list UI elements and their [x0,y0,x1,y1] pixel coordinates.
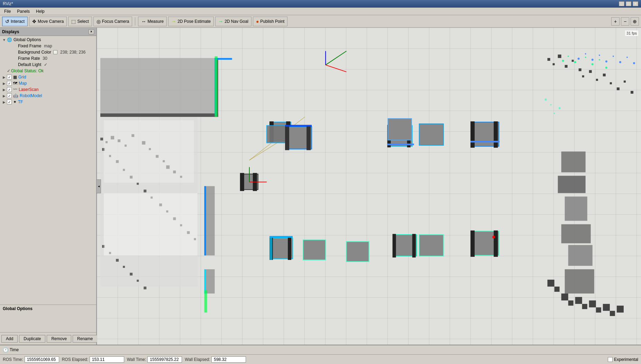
ros-time-value: 1555951069.65 [25,356,59,363]
tree-icon-tf: ✦ [13,100,17,104]
tree-label-tf: TF [18,100,23,104]
interact-label: Interact [11,19,25,24]
tree-tf[interactable]: ▶ ✓ ✦ TF [0,99,96,105]
maximize-button[interactable]: □ [626,1,631,6]
tree-label-fixed: Fixed Frame [18,44,41,48]
publish-point-button[interactable]: ● Publish Point [253,17,288,26]
select-icon: ⬚ [71,19,76,24]
remove-button[interactable]: Remove [47,335,71,343]
zoom-in-button[interactable]: + [611,17,620,26]
ros-elapsed-value: 153.11 [90,356,124,363]
displays-close-button[interactable]: × [89,29,94,34]
tree-check-grid[interactable]: ✓ [7,75,12,80]
titlebar: RViz* _ □ × [0,0,641,8]
tree-icon-map: 🗺 [13,81,17,86]
nav-goal-icon: → [218,19,223,24]
displays-title: Displays [2,29,19,34]
measure-button[interactable]: ↔ Measure [138,17,167,26]
tree-check-tf[interactable]: ✓ [7,100,12,104]
camera-button[interactable]: ⊕ [631,17,639,26]
time-panel: 🕐 Time [0,345,641,354]
interact-button[interactable]: Interact [2,17,28,26]
ros-time-label: ROS Time: [3,357,23,362]
toolbar: Interact ✥ Move Camera ⬚ Select ◎ Focus … [0,15,641,28]
experimental-section: Experimental [608,357,638,362]
tree-check-ls[interactable]: ✓ [7,87,12,92]
tree-label-gs: Global Status: Ok [11,68,44,73]
minimize-button[interactable]: _ [619,1,624,6]
menu-panels[interactable]: Panels [14,8,33,15]
pose-estimate-button[interactable]: → 2D Pose Estimate [168,17,214,26]
close-button[interactable]: × [633,1,638,6]
move-camera-icon: ✥ [32,19,36,24]
wall-time-label: Wall Time: [127,357,146,362]
tree-bg-color[interactable]: Background Color 238; 238; 236 [0,49,96,55]
tree-expand-map: ▶ [1,82,7,85]
publish-point-icon: ● [256,19,259,24]
tree-value-fr: 30 [43,56,47,61]
left-panel-buttons: Add Duplicate Remove Rename [0,332,96,345]
tree-laserscan[interactable]: ▶ ✓ 〰 LaserScan [0,86,96,93]
menu-file[interactable]: File [1,8,13,15]
tree-global-status[interactable]: ✓ Global Status: Ok [0,68,96,74]
pose-estimate-icon: → [171,19,176,24]
tree-icon-ls: 〰 [13,87,17,92]
ros-time-section: ROS Time: 1555951069.65 [3,356,59,363]
tree-grid[interactable]: ▶ ✓ ▦ Grid [0,74,96,80]
tree-expand-tf: ▶ [1,100,7,104]
tree-icon-global: 🌐 [7,37,12,42]
properties-area: Global Options [0,305,96,332]
tree-map[interactable]: ▶ ✓ 🗺 Map [0,80,96,86]
tree-check-rm[interactable]: ✓ [7,93,12,98]
tree-robotmodel[interactable]: ▶ ✓ 🤖 RobotModel [0,93,96,99]
menu-help[interactable]: Help [33,8,47,15]
nav-goal-button[interactable]: → 2D Nav Goal [215,17,251,26]
collapse-panel-button[interactable]: ◂ [96,179,101,193]
publish-point-label: Publish Point [260,19,284,24]
displays-panel: Displays × ▼ 🌐 Global Options Fixed Fram… [0,28,96,305]
titlebar-buttons: _ □ × [619,1,638,6]
toolbar-sep-1 [135,17,135,26]
menubar: File Panels Help [0,8,641,15]
displays-header: Displays × [0,28,96,36]
tree-global-options[interactable]: ▼ 🌐 Global Options [0,37,96,43]
tree-icon-rm: 🤖 [13,93,18,98]
tree-value-dl: ✓ [44,62,47,67]
nav-goal-label: 2D Nav Goal [225,19,248,24]
tree-frame-rate[interactable]: Frame Rate 30 [0,55,96,62]
wall-elapsed-section: Wall Elapsed: 598.32 [185,356,246,363]
displays-tree: ▼ 🌐 Global Options Fixed Frame map Backg… [0,36,96,305]
tree-label-grid: Grid [18,75,26,80]
statusbar: ROS Time: 1555951069.65 ROS Elapsed: 153… [0,354,641,364]
tree-check-gs: ✓ [7,68,10,73]
tree-expand-rm: ▶ [1,94,7,98]
move-camera-label: Move Camera [38,19,64,24]
tree-default-light[interactable]: Default Light ✓ [0,62,96,68]
bg-color-swatch [53,50,57,54]
rename-button[interactable]: Rename [73,335,97,343]
ros-elapsed-label: ROS Elapsed: [62,357,88,362]
tree-value-bg: 238; 238; 236 [60,50,85,55]
select-button[interactable]: ⬚ Select [68,17,92,26]
duplicate-button[interactable]: Duplicate [19,335,45,343]
tree-check-map[interactable]: ✓ [7,81,12,86]
experimental-label: Experimental [614,357,638,362]
time-label: Time [10,347,19,352]
focus-camera-button[interactable]: ◎ Focus Camera [93,17,132,26]
tree-fixed-frame[interactable]: Fixed Frame map [0,43,96,49]
experimental-checkbox[interactable] [608,357,613,362]
wall-time-section: Wall Time: 1555997825.22 [127,356,182,363]
tree-label-global: Global Options [13,37,41,42]
wall-time-value: 1555997825.22 [147,356,182,363]
viewport[interactable]: 31 fps [97,28,641,345]
tree-label-ls: LaserScan [19,87,38,92]
add-button[interactable]: Add [1,335,18,343]
tree-label-rm: RobotModel [20,93,42,98]
measure-label: Measure [147,19,164,24]
tree-label-bg: Background Color [18,50,51,55]
tree-label-dl: Default Light [18,62,41,67]
interact-icon [5,19,9,24]
move-camera-button[interactable]: ✥ Move Camera [29,17,67,26]
tree-value-fixed: map [44,44,52,48]
zoom-out-button[interactable]: − [621,17,629,26]
